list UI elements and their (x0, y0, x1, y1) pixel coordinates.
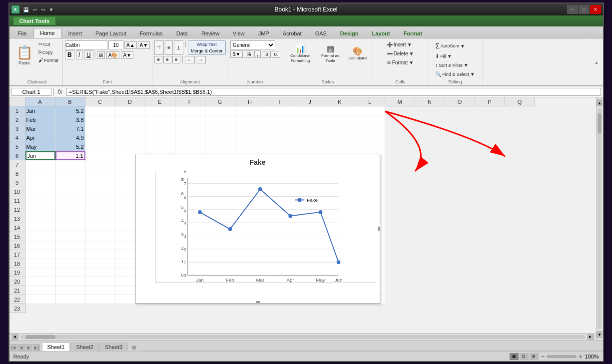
col-header-q[interactable]: Q (505, 97, 535, 106)
cell-f2[interactable] (175, 115, 205, 124)
align-right-btn[interactable]: ≡ (172, 56, 180, 63)
cell-j2[interactable] (295, 115, 325, 124)
tab-file[interactable]: File (11, 28, 33, 38)
insert-cells-btn[interactable]: ➕ Insert ▼ (384, 40, 415, 49)
tab-acrobat[interactable]: Acrobat (276, 28, 308, 38)
conditional-formatting-btn[interactable]: 📊 Conditional Formatting (286, 40, 315, 66)
cell-l4[interactable] (355, 133, 385, 142)
cell-j3[interactable] (295, 124, 325, 133)
cell-b6[interactable]: 1.1 (55, 151, 85, 160)
cell-g5[interactable] (205, 142, 235, 151)
cell-h2[interactable] (235, 115, 265, 124)
row-num-18[interactable]: 18 (9, 259, 25, 268)
cell-a6[interactable]: Jun (25, 151, 55, 160)
cell-d5[interactable] (115, 142, 145, 151)
zoom-slider[interactable] (547, 355, 577, 358)
col-header-j[interactable]: J (295, 97, 325, 106)
cell-l2[interactable] (355, 115, 385, 124)
tab-review[interactable]: Review (195, 28, 226, 38)
row-num-17[interactable]: 17 (9, 250, 25, 259)
font-size-input[interactable] (108, 40, 123, 49)
col-header-c[interactable]: C (85, 97, 115, 106)
sheet-tab-sheet3[interactable]: Sheet3 (99, 343, 128, 351)
font-grow-btn[interactable]: A▲ (124, 41, 137, 49)
format-cells-btn[interactable]: ⚙ Format ▼ (384, 58, 417, 67)
cell-e3[interactable] (145, 124, 175, 133)
cell-f1[interactable] (175, 106, 205, 115)
row-num-13[interactable]: 13 (9, 214, 25, 223)
v-scroll-track[interactable] (598, 108, 602, 329)
tab-jmp[interactable]: JMP (252, 28, 276, 38)
formula-input[interactable] (66, 88, 601, 96)
format-as-table-btn[interactable]: ▦ Format as Table (316, 40, 345, 66)
cell-d3[interactable] (115, 124, 145, 133)
cell-i4[interactable] (265, 133, 295, 142)
cell-g4[interactable] (205, 133, 235, 142)
decrease-indent-btn[interactable]: ← (185, 56, 195, 63)
col-header-g[interactable]: G (205, 97, 235, 106)
col-header-l[interactable]: L (355, 97, 385, 106)
col-header-m[interactable]: M (385, 97, 415, 106)
fill-btn[interactable]: ⬇ Fill ▼ (433, 52, 454, 60)
copy-button[interactable]: ⎘Copy (36, 48, 61, 56)
name-box[interactable] (11, 88, 51, 96)
cell-i2[interactable] (265, 115, 295, 124)
cell-f4[interactable] (175, 133, 205, 142)
col-header-o[interactable]: O (445, 97, 475, 106)
cell-a1[interactable]: Jan (25, 106, 55, 115)
cell-i5[interactable] (265, 142, 295, 151)
cell-c1[interactable] (85, 106, 115, 115)
sheet-next-btn[interactable]: ► (25, 344, 32, 351)
cell-g3[interactable] (205, 124, 235, 133)
row-num-21[interactable]: 21 (9, 286, 25, 295)
format-painter-button[interactable]: 🖌Format (36, 56, 61, 64)
ribbon-help-btn[interactable]: ? (587, 31, 593, 38)
italic-btn[interactable]: I (76, 50, 82, 59)
row-num-11[interactable]: 11 (9, 196, 25, 205)
cell-f3[interactable] (175, 124, 205, 133)
cell-c2[interactable] (85, 115, 115, 124)
cell-g1[interactable] (205, 106, 235, 115)
v-scroll-thumb[interactable] (598, 113, 602, 133)
align-center-btn[interactable]: ≡ (163, 56, 171, 63)
cell-styles-btn[interactable]: 🎨 Cell Styles (346, 40, 370, 66)
decimal-increase-btn[interactable]: .0 (262, 51, 271, 58)
scroll-right-btn[interactable]: ► (587, 334, 594, 340)
cell-a7[interactable] (25, 160, 55, 169)
row-num-12[interactable]: 12 (9, 205, 25, 214)
collapse-ribbon-btn[interactable]: ▲ (593, 39, 601, 85)
chart-resize-right[interactable] (378, 227, 380, 231)
row-num-6[interactable]: 6 (9, 151, 25, 160)
chart-container[interactable]: Fake 0 1 2 3 4 5 (135, 154, 380, 304)
row-num-16[interactable]: 16 (9, 241, 25, 250)
col-header-f[interactable]: F (175, 97, 205, 106)
customize-quick-btn[interactable]: ▼ (47, 6, 55, 13)
sort-filter-btn[interactable]: ↕ Sort & Filter ▼ (433, 61, 471, 69)
zoom-plus[interactable]: + (579, 353, 583, 361)
col-header-b[interactable]: B (55, 97, 85, 106)
cell-a3[interactable]: Mar (25, 124, 55, 133)
row-num-7[interactable]: 7 (9, 160, 25, 169)
row-num-15[interactable]: 15 (9, 232, 25, 241)
cell-k4[interactable] (325, 133, 355, 142)
cell-c6[interactable] (85, 151, 115, 160)
cell-b2[interactable]: 3.8 (55, 115, 85, 124)
increase-indent-btn[interactable]: → (196, 56, 206, 63)
col-header-p[interactable]: P (475, 97, 505, 106)
row-num-4[interactable]: 4 (9, 133, 25, 142)
row-num-23[interactable]: 23 (9, 304, 25, 313)
font-color-btn[interactable]: A▼ (121, 51, 133, 59)
page-break-view-btn[interactable]: ⊞ (530, 353, 539, 360)
tab-insert[interactable]: Insert (62, 28, 89, 38)
normal-view-btn[interactable]: ▦ (510, 353, 519, 360)
scroll-left-btn[interactable]: ◄ (11, 334, 18, 340)
horizontal-scrollbar[interactable]: ◄ ► (9, 333, 596, 340)
save-quick-btn[interactable]: 💾 (21, 6, 30, 13)
underline-btn[interactable]: U (84, 50, 93, 59)
tab-home[interactable]: Home (33, 28, 61, 38)
scroll-up-btn[interactable]: ▲ (597, 99, 603, 106)
tab-data[interactable]: Data (170, 28, 194, 38)
row-num-14[interactable]: 14 (9, 223, 25, 232)
tab-page-layout[interactable]: Page Layout (89, 28, 133, 38)
wrap-text-btn[interactable]: Wrap Text (189, 41, 225, 47)
